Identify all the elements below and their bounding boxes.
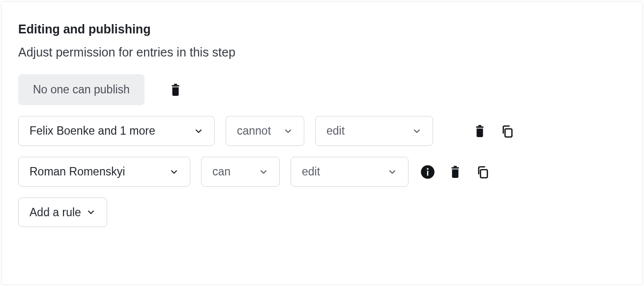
svg-rect-8	[451, 167, 459, 169]
svg-rect-1	[174, 84, 177, 85]
svg-rect-3	[478, 125, 482, 126]
default-rule-chip: No one can publish	[18, 74, 145, 105]
who-dropdown[interactable]: Roman Romenskyi	[18, 157, 190, 187]
chevron-down-icon	[169, 167, 179, 177]
copy-icon[interactable]	[474, 164, 491, 180]
add-rule-label: Add a rule	[29, 206, 81, 219]
svg-rect-9	[454, 166, 457, 167]
chevron-down-icon	[387, 167, 397, 177]
rule-row: Roman Romenskyi can edit	[18, 157, 626, 187]
modal-label: can	[212, 165, 231, 178]
svg-rect-6	[427, 171, 429, 175]
modal-dropdown[interactable]: cannot	[226, 116, 304, 146]
action-label: edit	[326, 124, 345, 138]
who-label: Felix Boenke and 1 more	[29, 124, 155, 138]
svg-rect-4	[505, 129, 512, 137]
section-title: Editing and publishing	[18, 22, 626, 36]
copy-icon[interactable]	[499, 123, 516, 140]
modal-label: cannot	[237, 124, 271, 138]
permissions-card: Editing and publishing Adjust permission…	[1, 1, 643, 285]
rule-row: Felix Boenke and 1 more cannot edit	[18, 116, 626, 146]
trash-icon[interactable]	[471, 123, 488, 140]
chevron-down-icon	[283, 126, 293, 136]
default-rule-row: No one can publish	[18, 74, 626, 105]
who-dropdown[interactable]: Felix Boenke and 1 more	[18, 116, 215, 146]
action-label: edit	[302, 165, 320, 178]
svg-rect-10	[480, 170, 487, 177]
chevron-down-icon	[86, 207, 96, 217]
chevron-down-icon	[194, 126, 204, 136]
chevron-down-icon	[259, 167, 268, 177]
svg-rect-2	[476, 126, 483, 128]
action-dropdown[interactable]: edit	[291, 157, 409, 187]
trash-icon[interactable]	[167, 82, 184, 98]
svg-rect-0	[172, 85, 179, 86]
modal-dropdown[interactable]: can	[201, 157, 280, 187]
trash-icon[interactable]	[447, 164, 464, 180]
info-icon[interactable]	[419, 164, 436, 180]
add-rule-row: Add a rule	[18, 198, 626, 227]
add-rule-button[interactable]: Add a rule	[18, 198, 107, 227]
section-subtitle: Adjust permission for entries in this st…	[18, 45, 626, 59]
svg-point-7	[427, 168, 429, 170]
chevron-down-icon	[412, 126, 422, 136]
action-dropdown[interactable]: edit	[315, 116, 433, 146]
who-label: Roman Romenskyi	[29, 165, 125, 178]
